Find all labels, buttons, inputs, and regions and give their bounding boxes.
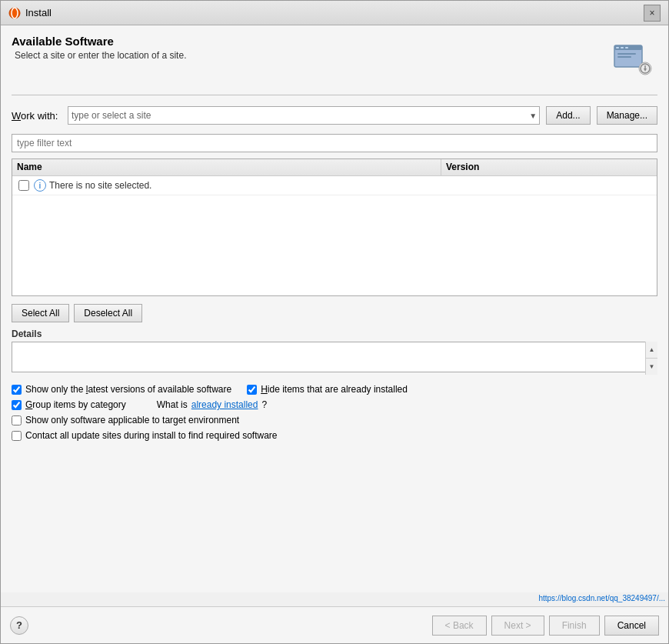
details-label: Details [12, 329, 657, 339]
select-buttons-row: Select All Deselect All [12, 304, 657, 322]
row-text: There is no site selected. [49, 180, 151, 191]
svg-point-0 [9, 8, 20, 18]
install-dialog: Install × Available Software Select a si… [0, 0, 669, 644]
option-checkbox-3[interactable] [12, 400, 22, 410]
url-bar: https://blog.csdn.net/qq_38249497/... [1, 592, 668, 606]
already-installed-suffix: ? [261, 399, 267, 410]
software-table: Name Version i There is no site selected… [12, 158, 657, 296]
title-bar-left: Install [8, 7, 52, 19]
header-section: Available Software Select a site or ente… [12, 35, 657, 84]
row-checkbox[interactable] [18, 180, 29, 191]
finish-button[interactable]: Finish [549, 616, 600, 636]
already-installed-link[interactable]: already installed [191, 399, 258, 410]
window-title: Install [25, 7, 52, 18]
col-name-header: Name [12, 159, 441, 175]
table-row: i There is no site selected. [12, 176, 657, 195]
option-item-2: Hide items that are already installed [247, 384, 408, 395]
manage-button[interactable]: Manage... [597, 106, 657, 125]
svg-rect-7 [617, 53, 636, 55]
title-bar: Install × [1, 1, 668, 25]
back-button[interactable]: < Back [432, 616, 487, 636]
option-checkbox-5[interactable] [12, 431, 22, 441]
table-body: i There is no site selected. [12, 176, 657, 295]
filter-input[interactable] [12, 134, 657, 152]
details-scroll-wrapper: ▲ ▼ [12, 342, 657, 375]
option-label-1[interactable]: Show only the latest versions of availab… [25, 384, 231, 395]
col-version-header: Version [441, 159, 657, 175]
details-textarea[interactable] [12, 342, 657, 372]
option-label-5[interactable]: Contact all update sites during install … [25, 430, 278, 441]
option-label-4[interactable]: Show only software applicable to target … [25, 415, 239, 425]
option-item-3: Group items by category [12, 399, 126, 410]
select-all-button[interactable]: Select All [12, 304, 69, 322]
page-title: Available Software [12, 35, 186, 48]
deselect-all-button[interactable]: Deselect All [74, 304, 142, 322]
option-label-2[interactable]: Hide items that are already installed [261, 384, 408, 395]
option-item-4: Show only software applicable to target … [12, 415, 239, 425]
option-item-5: Contact all update sites during install … [12, 430, 278, 441]
options-row-2: Group items by category What is already … [12, 399, 657, 410]
options-row-1: Show only the latest versions of availab… [12, 384, 657, 395]
already-installed-row: What is already installed ? [157, 399, 267, 410]
option-item-1: Show only the latest versions of availab… [12, 384, 231, 395]
svg-rect-5 [621, 47, 624, 48]
cancel-button[interactable]: Cancel [604, 616, 659, 636]
work-with-label: Work with: [12, 110, 62, 122]
bottom-left: ? [10, 616, 28, 635]
scroll-up-icon[interactable]: ▲ [646, 342, 657, 359]
next-button[interactable]: Next > [491, 616, 544, 636]
details-scrollbar: ▲ ▼ [645, 342, 657, 375]
details-section: Details ▲ ▼ [12, 329, 657, 375]
add-button[interactable]: Add... [546, 106, 590, 125]
separator-1 [12, 95, 657, 95]
eclipse-icon [8, 7, 21, 19]
help-button[interactable]: ? [10, 616, 28, 635]
table-header: Name Version [12, 159, 657, 176]
spacer [12, 447, 657, 583]
option-checkbox-2[interactable] [247, 385, 257, 395]
options-row-3: Show only software applicable to target … [12, 415, 657, 425]
svg-rect-6 [625, 47, 628, 48]
already-installed-prefix: What is [157, 399, 188, 410]
option-checkbox-1[interactable] [12, 385, 22, 395]
svg-rect-8 [617, 56, 631, 58]
options-row-4: Contact all update sites during install … [12, 430, 657, 441]
option-checkbox-4[interactable] [12, 415, 22, 425]
option-label-3[interactable]: Group items by category [25, 399, 126, 410]
scroll-down-icon[interactable]: ▼ [646, 359, 657, 375]
install-icon [611, 38, 654, 81]
site-dropdown-wrapper: type or select a site ▼ [68, 106, 540, 125]
page-subtitle: Select a site or enter the location of a… [15, 50, 186, 61]
options-section: Show only the latest versions of availab… [12, 384, 657, 441]
header-icon [608, 35, 657, 84]
close-button[interactable]: × [644, 5, 661, 22]
header-text: Available Software Select a site or ente… [12, 35, 186, 61]
bottom-buttons: < Back Next > Finish Cancel [432, 616, 659, 636]
work-with-row: Work with: type or select a site ▼ Add..… [12, 106, 657, 125]
dialog-content: Available Software Select a site or ente… [1, 25, 668, 592]
info-icon: i [34, 179, 46, 192]
bottom-bar: ? < Back Next > Finish Cancel [1, 606, 668, 643]
svg-rect-4 [616, 47, 619, 48]
site-dropdown[interactable]: type or select a site [68, 106, 540, 125]
url-text: https://blog.csdn.net/qq_38249497/... [538, 594, 665, 602]
